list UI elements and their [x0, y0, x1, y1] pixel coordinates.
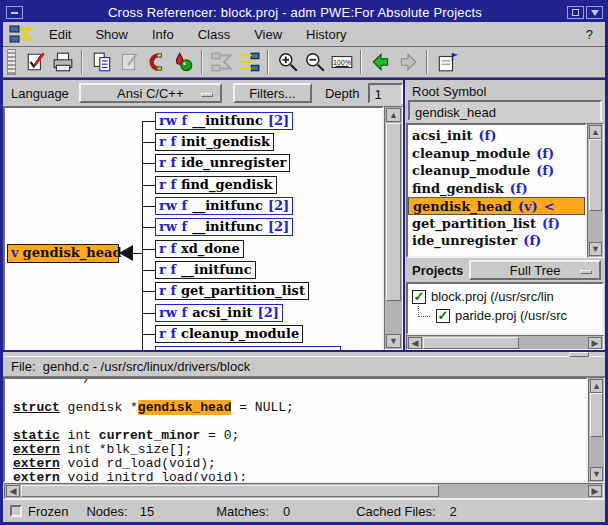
tree-node[interactable]: r ffind_gendisk	[155, 176, 277, 194]
colorize-button[interactable]	[169, 49, 196, 75]
tree-node[interactable]: r fcleanup_module	[155, 325, 303, 343]
root-symbol-input[interactable]	[410, 102, 600, 122]
symbol-list[interactable]: acsi_init(f) cleanup_module(f) cleanup_m…	[406, 123, 587, 258]
edit-document-button-disabled[interactable]	[115, 49, 142, 75]
tree-connector	[142, 227, 155, 228]
sash-handle-icon[interactable]	[569, 352, 589, 357]
scroll-thumb[interactable]	[386, 123, 401, 301]
symbol-list-item[interactable]: cleanup_module(f)	[408, 162, 585, 180]
menu-edit[interactable]: Edit	[37, 25, 83, 44]
refers-by-button-disabled[interactable]	[208, 49, 235, 75]
scroll-up-arrow[interactable]	[589, 125, 602, 139]
symbol-list-scrollbar[interactable]	[587, 123, 604, 258]
tree-root-node[interactable]: vgendisk_head	[7, 244, 119, 263]
scroll-right-arrow[interactable]	[588, 485, 602, 497]
zoom-in-button[interactable]	[274, 49, 301, 75]
menu-show[interactable]: Show	[83, 25, 140, 44]
frozen-checkbox[interactable]	[10, 505, 22, 517]
scroll-down-arrow[interactable]	[589, 242, 602, 256]
scroll-thumb[interactable]	[590, 393, 603, 437]
zoom-100-button[interactable]: 100%	[328, 49, 355, 75]
forward-button-disabled[interactable]	[394, 49, 421, 75]
reference-tree-canvas[interactable]: vgendisk_head rw f__ini	[3, 106, 384, 350]
filters-button[interactable]: Filters...	[233, 83, 312, 103]
edit-check-button[interactable]	[22, 49, 49, 75]
toolbar-separator	[426, 50, 428, 74]
maximize-button[interactable]	[567, 6, 584, 19]
scroll-down-arrow[interactable]	[590, 467, 603, 481]
toolbar-grip[interactable]	[7, 49, 16, 75]
matches-value: 0	[283, 504, 290, 519]
scroll-down-arrow[interactable]	[386, 334, 401, 348]
project-view-option-menu[interactable]: Full Tree	[469, 260, 601, 280]
symbol-list-item[interactable]: ide_unregister(f)	[408, 232, 585, 250]
tree-connector	[142, 142, 155, 143]
depth-input[interactable]	[370, 85, 401, 105]
projects-horizontal-scrollbar[interactable]	[406, 335, 604, 350]
window-title: Cross Referencer: block.proj - adm PWE:F…	[23, 5, 567, 20]
tree-node[interactable]: r f__initfunc	[155, 261, 256, 279]
scroll-right-arrow[interactable]	[588, 337, 602, 349]
tree-node[interactable]: rw f__initfunc[2]	[155, 112, 293, 130]
scroll-left-arrow[interactable]	[6, 485, 20, 497]
root-symbol-field-wrap	[408, 100, 602, 121]
pane-sash[interactable]	[3, 350, 605, 356]
tree-node[interactable]: rw facsi_init[2]	[155, 304, 283, 322]
toolbar-separator	[360, 50, 362, 74]
tree-node[interactable]: rw f__initfunc[2]	[155, 197, 293, 215]
app-icon	[9, 24, 33, 44]
language-label: Language	[11, 86, 69, 101]
project-row[interactable]: ✓ paride.proj (/usr/src	[408, 306, 602, 325]
magnet-button[interactable]	[142, 49, 169, 75]
menu-view[interactable]: View	[242, 25, 294, 44]
tree-node[interactable]: r fxd_done	[155, 240, 244, 258]
refers-by-icon	[211, 51, 233, 73]
edit-check-icon	[25, 51, 47, 73]
symbol-list-item-selected[interactable]: gendisk_head(v)<	[408, 197, 585, 215]
scroll-up-arrow[interactable]	[590, 379, 603, 393]
menu-class[interactable]: Class	[186, 25, 243, 44]
symbol-list-item[interactable]: find_gendisk(f)	[408, 180, 585, 198]
code-viewer[interactable]: */ struct gendisk *gendisk_head = NULL; …	[3, 377, 588, 483]
print-button[interactable]	[49, 49, 76, 75]
scroll-thumb[interactable]	[589, 139, 602, 211]
checkbox-checked-icon[interactable]: ✓	[436, 309, 450, 323]
scroll-left-arrow[interactable]	[408, 337, 422, 349]
tree-connector	[142, 313, 155, 314]
menu-info[interactable]: Info	[140, 25, 186, 44]
code-line: extern void initrd_load(void);	[13, 471, 586, 483]
tree-node[interactable]: r finit_gendisk	[155, 133, 274, 151]
tree-node[interactable]: rw f__initfunc[2]	[155, 218, 293, 236]
shade-button[interactable]	[586, 6, 603, 19]
scroll-thumb[interactable]	[21, 485, 439, 497]
forward-arrow-icon	[397, 51, 419, 73]
toolbar-separator	[201, 50, 203, 74]
scroll-up-arrow[interactable]	[386, 108, 401, 122]
symbol-list-item[interactable]: get_partition_list(f)	[408, 215, 585, 233]
tree-node[interactable]: r fide_unregister	[155, 154, 290, 172]
zoom-out-button[interactable]	[301, 49, 328, 75]
copy-button[interactable]	[88, 49, 115, 75]
menu-history[interactable]: History	[294, 25, 358, 44]
project-row[interactable]: ✓ block.proj (/usr/src/lin	[408, 287, 602, 306]
help-menu[interactable]: ?	[582, 25, 597, 44]
properties-button[interactable]	[433, 49, 460, 75]
tree-node[interactable]: r fget_partition_list	[155, 282, 309, 300]
scroll-thumb[interactable]	[423, 337, 519, 349]
refers-to-button[interactable]	[235, 49, 262, 75]
title-bar[interactable]: Cross Referencer: block.proj - adm PWE:F…	[3, 3, 605, 22]
main-horizontal-scrollbar[interactable]	[4, 483, 604, 499]
minimize-button[interactable]	[6, 6, 23, 19]
language-option-menu[interactable]: Ansi C/C++	[79, 83, 222, 103]
status-bar: Frozen Nodes: 15 Matches: 0 Cached Files…	[3, 499, 605, 522]
checkbox-checked-icon[interactable]: ✓	[412, 290, 426, 304]
zoom-100-icon: 100%	[330, 51, 354, 73]
symbol-list-item[interactable]: acsi_init(f)	[408, 127, 585, 145]
code-vertical-scrollbar[interactable]	[588, 377, 605, 483]
symbol-list-item[interactable]: cleanup_module(f)	[408, 145, 585, 163]
back-button[interactable]	[367, 49, 394, 75]
tree-branch-icon	[418, 306, 430, 317]
projects-tree[interactable]: ✓ block.proj (/usr/src/lin ✓ paride.proj…	[406, 282, 604, 335]
tree-vertical-scrollbar[interactable]	[384, 106, 403, 350]
project-view-value: Full Tree	[510, 263, 561, 278]
